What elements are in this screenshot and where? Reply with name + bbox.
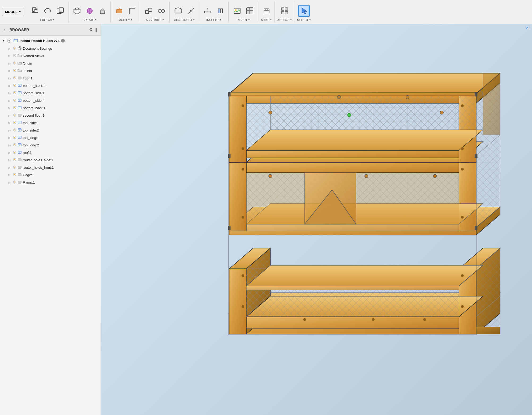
addins-label[interactable]: ADD-INS ▼ — [277, 18, 292, 22]
assemble-joint-btn[interactable] — [156, 5, 167, 17]
inspect-measure-btn[interactable] — [202, 5, 213, 17]
select-label[interactable]: SELECT ▼ — [297, 18, 311, 22]
insert-label[interactable]: INSERT ▼ — [237, 18, 250, 22]
tree-expand-btn[interactable]: ▷ — [7, 180, 12, 184]
tree-vis-icon[interactable] — [13, 83, 16, 88]
select-btn[interactable] — [298, 5, 310, 17]
tree-item[interactable]: ▷ bottom_side:4 — [0, 97, 101, 104]
tree-vis-icon[interactable] — [13, 54, 16, 58]
tree-item[interactable]: ▷ top_long:2 — [0, 141, 101, 149]
make-btn[interactable] — [261, 5, 272, 17]
tree-expand-btn[interactable]: ▷ — [7, 158, 12, 162]
tree-expand-btn[interactable]: ▷ — [7, 76, 12, 80]
tree-item[interactable]: ▷ Cage:1 — [0, 171, 101, 179]
addins-btn[interactable] — [279, 5, 290, 17]
tree-item[interactable]: ▷ bottom_side:1 — [0, 89, 101, 97]
tree-vis-icon[interactable] — [13, 135, 16, 140]
tree-vis-icon[interactable] — [13, 98, 16, 103]
tree-vis-icon[interactable] — [13, 143, 16, 147]
tree-vis-icon[interactable] — [13, 91, 16, 95]
tree-item[interactable]: ▷ top_side:2 — [0, 126, 101, 134]
sketch-new-btn[interactable] — [29, 5, 41, 17]
tree-root[interactable]: ▼ Indoor Rabbit Hutch v74 — [0, 37, 101, 45]
tree-vis-icon[interactable] — [13, 113, 16, 118]
tree-expand-btn[interactable]: ▷ — [7, 46, 12, 50]
tree-expand-btn[interactable]: ▷ — [7, 150, 12, 155]
toolbar-group-addins: ADD-INS ▼ — [275, 1, 294, 23]
sketch-redo-btn[interactable] — [54, 5, 66, 17]
tree-item[interactable]: ▷ floor:1 — [0, 74, 101, 82]
browser-settings-btn[interactable]: ⚙ — [89, 27, 93, 32]
tree-item[interactable]: ▷ bottom_back:1 — [0, 104, 101, 112]
svg-point-193 — [242, 147, 244, 150]
assemble-label[interactable]: ASSEMBLE ▼ — [146, 18, 164, 22]
tree-vis-icon[interactable] — [13, 165, 16, 170]
tree-vis-icon[interactable] — [13, 69, 16, 73]
create-box-btn[interactable] — [71, 5, 83, 17]
tree-item[interactable]: ▷ router_holes_front:1 — [0, 164, 101, 171]
svg-point-197 — [406, 95, 409, 99]
tree-expand-btn[interactable]: ▷ — [7, 128, 12, 132]
browser-collapse-btn[interactable]: ║ — [95, 28, 97, 32]
construct-plane-btn[interactable] — [172, 5, 184, 17]
construct-label[interactable]: CONSTRUCT ▼ — [174, 18, 195, 22]
model-selector[interactable]: MODEL ▼ — [2, 8, 24, 16]
make-label[interactable]: MAKE ▼ — [261, 18, 272, 22]
inspect-label[interactable]: INSPECT ▼ — [206, 18, 222, 22]
tree-expand-btn[interactable]: ▷ — [7, 83, 12, 88]
tree-expand-btn[interactable]: ▷ — [7, 143, 12, 147]
create-extrude-btn[interactable] — [97, 5, 108, 17]
modify-press-btn[interactable] — [113, 5, 125, 17]
tree-vis-icon[interactable] — [13, 121, 16, 125]
tree-vis-icon[interactable] — [13, 173, 16, 177]
svg-point-172 — [461, 168, 464, 171]
insert-image-btn[interactable] — [231, 5, 243, 17]
tree-vis-icon[interactable] — [13, 46, 16, 51]
tree-expand-btn[interactable]: ▷ — [7, 106, 12, 110]
tree-vis-icon[interactable] — [13, 106, 16, 110]
inspect-section-btn[interactable] — [214, 5, 226, 17]
tree-item[interactable]: ▷ roof:1 — [0, 149, 101, 156]
tree-expand-btn[interactable]: ▷ — [7, 91, 12, 95]
tree-vis-icon[interactable] — [13, 180, 16, 185]
tree-item[interactable]: ▷ top_long:1 — [0, 134, 101, 141]
modify-label[interactable]: MODIFY ▼ — [119, 18, 133, 22]
tree-item[interactable]: ▷ router_holes_side:1 — [0, 156, 101, 164]
create-sphere-btn[interactable] — [84, 5, 96, 17]
modify-arrow: ▼ — [130, 19, 132, 21]
construct-axis-btn[interactable] — [185, 5, 197, 17]
assemble-new-btn[interactable] — [143, 5, 155, 17]
tree-expand-btn[interactable]: ▷ — [7, 54, 12, 58]
tree-item[interactable]: ▷ Named Views — [0, 52, 101, 60]
sketch-undo-btn[interactable] — [42, 5, 53, 17]
select-arrow: ▼ — [309, 19, 311, 21]
browser-back-btn[interactable]: ← — [3, 27, 7, 32]
insert-canvas-btn[interactable] — [244, 5, 256, 17]
tree-item[interactable]: ▷ top_side:1 — [0, 119, 101, 126]
tree-expand-btn[interactable]: ▷ — [7, 121, 12, 125]
tree-vis-icon[interactable] — [13, 158, 16, 162]
tree-item[interactable]: ▷ Joints — [0, 67, 101, 74]
modify-fillet-btn[interactable] — [126, 5, 138, 17]
viewport[interactable]: Z↑ — [101, 24, 532, 415]
tree-expand-btn[interactable]: ▷ — [7, 135, 12, 140]
tree-item[interactable]: ▷ Ramp:1 — [0, 179, 101, 186]
tree-vis-icon[interactable] — [13, 128, 16, 133]
tree-expand-btn[interactable]: ▷ — [7, 69, 12, 73]
sketch-label[interactable]: SKETCH ▼ — [40, 18, 55, 22]
tree-expand-btn[interactable]: ▷ — [7, 173, 12, 177]
tree-item[interactable]: ▷ bottom_front:1 — [0, 82, 101, 89]
tree-item[interactable]: ▷ second floor:1 — [0, 112, 101, 119]
svg-point-77 — [14, 92, 15, 93]
tree-expand-btn[interactable]: ▷ — [7, 61, 12, 65]
tree-expand-btn[interactable]: ▷ — [7, 113, 12, 117]
tree-expand-btn[interactable]: ▷ — [7, 165, 12, 170]
tree-vis-icon[interactable] — [13, 150, 16, 155]
tree-expand-btn[interactable]: ▷ — [7, 98, 12, 103]
svg-rect-181 — [229, 94, 246, 162]
tree-item[interactable]: ▷ Origin — [0, 60, 101, 67]
tree-vis-icon[interactable] — [13, 61, 16, 66]
create-label[interactable]: CREATE ▼ — [83, 18, 97, 22]
tree-vis-icon[interactable] — [13, 76, 16, 81]
tree-item[interactable]: ▷ Document Settings — [0, 45, 101, 52]
